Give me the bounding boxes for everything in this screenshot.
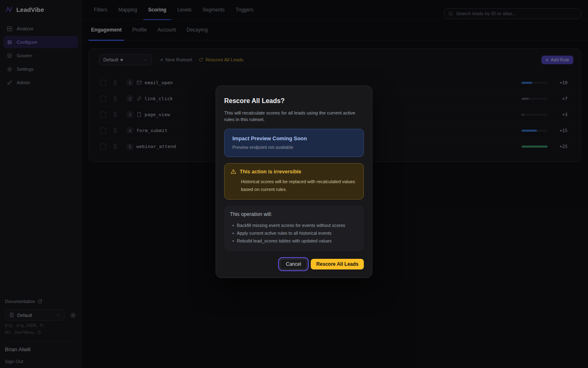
operations-title: This operation will: [230, 211, 358, 217]
impact-preview-title: Impact Preview Coming Soon [232, 135, 356, 141]
cancel-button[interactable]: Cancel [280, 259, 307, 269]
irreversible-warning-box: This action is irreversible Historical s… [224, 163, 364, 200]
impact-preview-subtitle: Preview endpoint not available [232, 145, 356, 150]
warning-title: This action is irreversible [240, 169, 301, 175]
impact-preview-box: Impact Preview Coming Soon Preview endpo… [224, 129, 364, 157]
operation-item: Backfill missing event scores for events… [230, 222, 358, 229]
dialog-footer: Cancel Rescore All Leads [224, 259, 364, 269]
app-root: LeadVibe Analyze Configure Govern Settin… [0, 0, 588, 368]
operation-item: Apply current active rules to all histor… [230, 229, 358, 237]
warning-body: Historical scores will be replaced with … [241, 178, 358, 193]
warning-triangle-icon [230, 168, 236, 175]
operations-box: This operation will: Backfill missing ev… [224, 206, 364, 251]
dialog-description: This will recalculate scores for all lea… [224, 110, 359, 123]
confirm-rescore-button[interactable]: Rescore All Leads [311, 259, 364, 269]
dialog-title: Rescore All Leads? [224, 97, 364, 105]
operation-item: Rebuild lead_scores tables with updated … [230, 237, 358, 245]
rescore-confirm-dialog: Rescore All Leads? This will recalculate… [216, 85, 372, 278]
